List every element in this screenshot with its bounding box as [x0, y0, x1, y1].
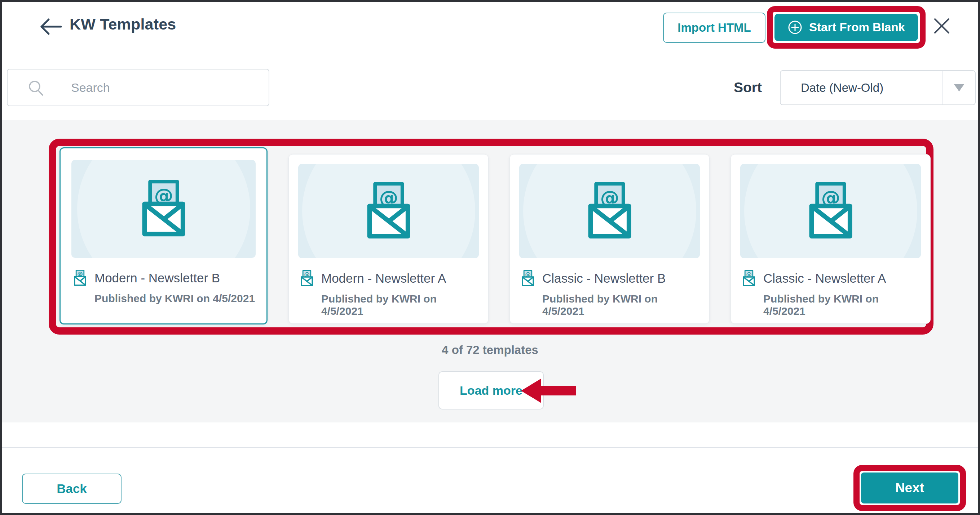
- template-thumbnail: [519, 164, 700, 258]
- envelope-mail-icon: [298, 270, 315, 287]
- kw-templates-modal: KW Templates Import HTML Start From Blan…: [0, 0, 980, 515]
- annotation-box-start-from-blank: Start From Blank: [767, 6, 926, 49]
- template-card-grid: Modern - Newsletter B Published by KWRI …: [59, 147, 931, 325]
- start-from-blank-label: Start From Blank: [809, 21, 905, 34]
- close-icon[interactable]: [933, 17, 951, 35]
- plus-circle-icon: [788, 20, 803, 35]
- chevron-down-icon: [953, 84, 965, 92]
- annotation-box-next: Next: [853, 465, 966, 511]
- envelope-mail-icon: [800, 181, 861, 241]
- template-count: 4 of 72 templates: [2, 343, 978, 357]
- template-card-classic-newsletter-a[interactable]: Classic - Newsletter A Published by KWRI…: [730, 154, 931, 324]
- template-thumbnail: [72, 160, 256, 258]
- start-from-blank-button[interactable]: Start From Blank: [775, 14, 918, 41]
- back-arrow-icon[interactable]: [39, 17, 62, 36]
- template-thumbnail: [298, 164, 479, 258]
- template-card-modern-newsletter-a[interactable]: Modern - Newsletter A Published by KWRI …: [288, 154, 488, 324]
- back-button[interactable]: Back: [22, 474, 121, 504]
- template-title: Modern - Newsletter A: [321, 271, 446, 285]
- sort-dropdown[interactable]: Date (New-Old): [780, 70, 976, 105]
- sort-selected-value: Date (New-Old): [781, 81, 942, 95]
- footer-divider: [2, 447, 978, 448]
- template-title: Classic - Newsletter B: [542, 271, 666, 285]
- sort-label: Sort: [734, 79, 762, 95]
- template-published: Published by KWRI on 4/5/2021: [763, 293, 921, 317]
- next-button[interactable]: Next: [861, 472, 958, 504]
- template-published: Published by KWRI on 4/5/2021: [321, 293, 479, 317]
- search-field-wrap: [7, 69, 269, 106]
- template-card-classic-newsletter-b[interactable]: Classic - Newsletter B Published by KWRI…: [509, 154, 710, 324]
- envelope-mail-icon: [740, 270, 757, 287]
- envelope-mail-icon: [358, 181, 419, 241]
- template-published: Published by KWRI on 4/5/2021: [542, 293, 700, 317]
- envelope-mail-icon: [134, 179, 194, 239]
- envelope-mail-icon: [579, 181, 640, 241]
- envelope-mail-icon: [72, 269, 89, 287]
- page-title: KW Templates: [70, 16, 176, 33]
- envelope-mail-icon: [519, 270, 536, 287]
- import-html-button[interactable]: Import HTML: [663, 13, 765, 43]
- template-thumbnail: [740, 164, 921, 258]
- template-published: Published by KWRI on 4/5/2021: [94, 292, 256, 305]
- template-title: Modern - Newsletter B: [94, 271, 220, 285]
- search-input[interactable]: [7, 69, 269, 106]
- load-more-button[interactable]: Load more: [438, 371, 544, 409]
- template-card-modern-newsletter-b[interactable]: Modern - Newsletter B Published by KWRI …: [59, 147, 267, 325]
- template-title: Classic - Newsletter A: [763, 271, 886, 285]
